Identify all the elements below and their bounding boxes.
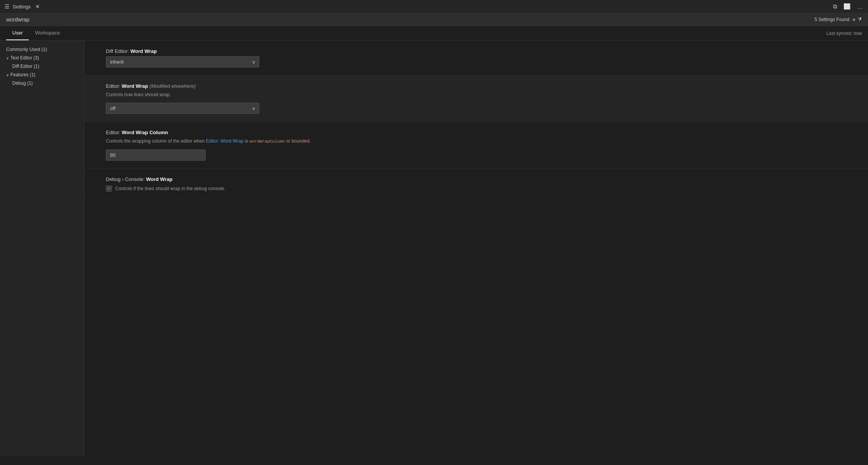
setting-description: Controls the wrapping column of the edit…	[106, 138, 856, 145]
checkbox-label: Controls if the lines should wrap in the…	[115, 185, 226, 192]
last-synced: Last synced: now	[826, 31, 862, 36]
title-bar: ☰ Settings ✕ ⧉ ⬜ …	[0, 0, 868, 13]
tabs: User Workspace	[6, 26, 66, 40]
setting-editor-word-wrap: ⚙ Editor: Word Wrap (Modified elsewhere)…	[84, 76, 868, 122]
setting-title-prefix: Editor:	[106, 130, 122, 135]
editor-word-wrap-select[interactable]: off on wordWrapColumn bounded	[106, 103, 259, 114]
content-area: Diff Editor: Word Wrap inherit off on wo…	[84, 41, 868, 456]
chevron-down-icon: ∨	[6, 73, 9, 77]
chevron-down-icon: ∨	[6, 56, 9, 60]
filter-results-icon[interactable]: ≡	[852, 17, 855, 23]
menu-icon[interactable]: ☰	[5, 3, 10, 10]
setting-description: Controls how lines should wrap.	[106, 91, 856, 98]
copy-icon[interactable]: ⧉	[832, 2, 838, 11]
results-count: 5 Settings Found	[815, 17, 850, 22]
setting-title-modified: (Modified elsewhere)	[150, 83, 196, 89]
title-bar-right: ⧉ ⬜ …	[832, 2, 863, 11]
sidebar-item-commonly-used[interactable]: Commonly Used (1)	[0, 45, 84, 54]
setting-title: Editor: Word Wrap Column	[106, 130, 856, 135]
split-editor-icon[interactable]: ⬜	[843, 2, 852, 11]
title-text: Settings	[13, 4, 31, 10]
setting-title: Editor: Word Wrap (Modified elsewhere)	[106, 83, 856, 89]
diff-editor-word-wrap-select[interactable]: inherit off on wordWrapColumn bounded	[106, 56, 259, 67]
title-bar-left: ☰ Settings ✕	[5, 3, 41, 10]
checkbox-row: ✓ Controls if the lines should wrap in t…	[106, 185, 856, 192]
check-icon: ✓	[107, 186, 110, 191]
search-results: 5 Settings Found ≡ ⧩	[815, 16, 862, 23]
sidebar: Commonly Used (1) ∨ Text Editor (3) Diff…	[0, 41, 84, 456]
search-input[interactable]	[6, 16, 815, 23]
sidebar-item-label: Text Editor (3)	[10, 55, 39, 61]
setting-title-bold: Word Wrap	[122, 83, 148, 89]
setting-title: Diff Editor: Word Wrap	[106, 48, 856, 54]
tabs-bar: User Workspace Last synced: now	[0, 26, 868, 41]
sidebar-item-debug[interactable]: Debug (1)	[0, 79, 84, 87]
setting-title-bold: Word Wrap	[130, 48, 157, 54]
debug-word-wrap-checkbox[interactable]: ✓	[106, 186, 112, 192]
setting-title-prefix: Diff Editor:	[106, 48, 130, 54]
word-wrap-column-input[interactable]	[106, 150, 206, 161]
sidebar-item-label: Diff Editor (1)	[12, 64, 39, 69]
link-editor-word-wrap[interactable]: Editor: Word Wrap	[206, 138, 244, 144]
sidebar-item-label: Debug (1)	[12, 81, 33, 86]
setting-debug-console-word-wrap: Debug › Console: Word Wrap ✓ Controls if…	[84, 169, 868, 200]
select-wrapper: off on wordWrapColumn bounded ∨	[106, 103, 259, 114]
more-actions-icon[interactable]: …	[856, 3, 863, 11]
select-wrapper: inherit off on wordWrapColumn bounded ∨	[106, 56, 259, 67]
setting-title: Debug › Console: Word Wrap	[106, 176, 856, 182]
code-word-wrap-column: wordWrapColumn	[249, 139, 285, 144]
setting-title-bold: Word Wrap	[146, 176, 173, 182]
setting-title-prefix: Debug › Console:	[106, 176, 146, 182]
sidebar-item-label: Commonly Used (1)	[6, 47, 47, 52]
setting-diff-editor-word-wrap: Diff Editor: Word Wrap inherit off on wo…	[84, 41, 868, 76]
close-button[interactable]: ✕	[34, 3, 41, 10]
sidebar-item-text-editor[interactable]: ∨ Text Editor (3)	[0, 54, 84, 62]
setting-title-prefix: Editor:	[106, 83, 122, 89]
search-icons: ≡ ⧩	[852, 16, 862, 23]
search-bar: 5 Settings Found ≡ ⧩	[0, 13, 868, 26]
setting-title-bold: Word Wrap Column	[122, 130, 168, 135]
main-content: Commonly Used (1) ∨ Text Editor (3) Diff…	[0, 41, 868, 456]
code-bounded: bounded	[292, 138, 310, 144]
tab-workspace[interactable]: Workspace	[29, 26, 66, 40]
clear-filters-icon[interactable]: ⧩	[858, 16, 862, 23]
sidebar-item-diff-editor[interactable]: Diff Editor (1)	[0, 62, 84, 71]
sidebar-item-features[interactable]: ∨ Features (1)	[0, 71, 84, 79]
tab-user[interactable]: User	[6, 26, 29, 40]
sidebar-item-label: Features (1)	[10, 72, 35, 77]
setting-editor-word-wrap-column: Editor: Word Wrap Column Controls the wr…	[84, 122, 868, 169]
